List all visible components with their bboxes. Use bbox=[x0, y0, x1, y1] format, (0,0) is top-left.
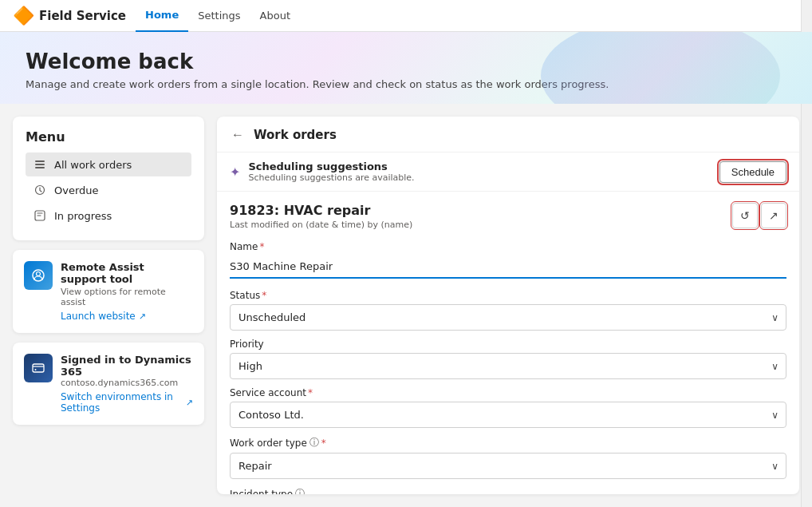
app-logo: 🔶 Field Service bbox=[13, 7, 126, 25]
nav-link-home[interactable]: Home bbox=[136, 0, 188, 32]
field-priority: Priority Low Medium High Critical ∨ bbox=[230, 339, 786, 379]
remote-assist-name: Remote Assist support tool bbox=[61, 261, 193, 285]
sidebar-item-label: Overdue bbox=[54, 184, 99, 196]
svg-rect-1 bbox=[35, 164, 45, 165]
wo-detail-header: 91823: HVAC repair Last modified on (dat… bbox=[230, 203, 786, 230]
wo-refresh-button[interactable]: ↺ bbox=[732, 203, 758, 228]
required-star: * bbox=[259, 241, 264, 252]
field-work-order-type-label: Work order type ⓘ * bbox=[230, 436, 786, 450]
sidebar-item-label: All work orders bbox=[54, 159, 132, 171]
in-progress-icon bbox=[34, 209, 46, 222]
wo-number-title: 91823: HVAC repair bbox=[230, 203, 412, 218]
wo-panel-title: Work orders bbox=[254, 128, 337, 142]
app-name: Field Service bbox=[39, 9, 126, 23]
required-star: * bbox=[262, 290, 266, 301]
remote-assist-desc: View options for remote assist bbox=[61, 287, 193, 307]
svg-point-8 bbox=[35, 369, 37, 370]
remote-assist-card: Remote Assist support tool View options … bbox=[13, 250, 204, 333]
wo-panel-header: ← Work orders bbox=[217, 117, 799, 152]
wo-detail: 91823: HVAC repair Last modified on (dat… bbox=[217, 192, 799, 494]
field-status-label: Status* bbox=[230, 290, 786, 301]
wo-last-modified: Last modified on (date & time) by (name) bbox=[230, 220, 412, 230]
main-nav: Home Settings About bbox=[136, 0, 300, 31]
logo-icon: 🔶 bbox=[13, 7, 34, 25]
workorders-panel: ← Work orders ✦ Scheduling suggestions S… bbox=[217, 117, 799, 494]
remote-assist-icon-box bbox=[24, 261, 53, 290]
hero-subtitle: Manage and create work orders from a sin… bbox=[26, 78, 786, 90]
field-service-account-label: Service account* bbox=[230, 387, 786, 398]
field-name-label: Name* bbox=[230, 241, 786, 252]
external-link-icon: ↗ bbox=[139, 311, 146, 322]
remote-assist-info: Remote Assist support tool View options … bbox=[61, 261, 193, 322]
hero-title: Welcome back bbox=[26, 50, 786, 73]
dynamics-url: contoso.dynamics365.com bbox=[61, 378, 193, 388]
content-area: Menu All work orders Overdue bbox=[0, 104, 812, 507]
scheduling-subtitle: Scheduling suggestions are available. bbox=[248, 172, 711, 183]
scheduling-text: Scheduling suggestions Scheduling sugges… bbox=[248, 160, 711, 183]
field-service-account-select-wrapper: Contoso Ltd. Fabrikam Inc. Adventure Wor… bbox=[230, 402, 786, 428]
scheduling-banner: ✦ Scheduling suggestions Scheduling sugg… bbox=[217, 152, 799, 192]
field-priority-select-wrapper: Low Medium High Critical ∨ bbox=[230, 353, 786, 379]
menu-title: Menu bbox=[26, 129, 191, 145]
field-status-select[interactable]: Unscheduled Scheduled In progress Comple… bbox=[230, 304, 786, 331]
field-name-input[interactable] bbox=[230, 255, 786, 279]
required-star: * bbox=[321, 438, 326, 449]
sidebar-item-overdue[interactable]: Overdue bbox=[26, 178, 191, 202]
external-link-icon: ↗ bbox=[186, 398, 193, 408]
list-icon bbox=[34, 158, 46, 171]
topnav: 🔶 Field Service Home Settings About bbox=[0, 0, 812, 32]
hero-banner: Welcome back Manage and create work orde… bbox=[0, 32, 812, 104]
svg-rect-0 bbox=[35, 160, 45, 162]
sidebar-item-in-progress[interactable]: In progress bbox=[26, 204, 191, 228]
dynamics-switch-link[interactable]: Switch environments in Settings ↗ bbox=[61, 391, 193, 414]
svg-point-6 bbox=[37, 272, 41, 276]
svg-rect-7 bbox=[33, 364, 44, 372]
schedule-button[interactable]: Schedule bbox=[719, 161, 786, 183]
field-incident-type-label: Incident type ⓘ bbox=[230, 487, 786, 494]
wo-action-buttons: ↺ ↗ bbox=[732, 203, 786, 228]
field-status-select-wrapper: Unscheduled Scheduled In progress Comple… bbox=[230, 304, 786, 331]
overdue-icon bbox=[34, 184, 46, 196]
info-icon: ⓘ bbox=[309, 436, 319, 450]
field-service-account-select[interactable]: Contoso Ltd. Fabrikam Inc. Adventure Wor… bbox=[230, 402, 786, 428]
wo-open-external-button[interactable]: ↗ bbox=[761, 203, 786, 228]
nav-link-settings[interactable]: Settings bbox=[188, 0, 250, 32]
field-status: Status* Unscheduled Scheduled In progres… bbox=[230, 290, 786, 331]
dynamics-card: Signed in to Dynamics 365 contoso.dynami… bbox=[13, 343, 204, 425]
field-work-order-type-select-wrapper: Repair Installation Maintenance Inspecti… bbox=[230, 453, 786, 479]
field-priority-select[interactable]: Low Medium High Critical bbox=[230, 353, 786, 379]
required-star: * bbox=[308, 387, 313, 398]
scheduling-title: Scheduling suggestions bbox=[248, 160, 711, 172]
info-icon: ⓘ bbox=[295, 487, 305, 494]
main-wrapper: Welcome back Manage and create work orde… bbox=[0, 32, 812, 507]
menu-card: Menu All work orders Overdue bbox=[13, 117, 204, 240]
field-name: Name* bbox=[230, 241, 786, 279]
scheduling-sparkle-icon: ✦ bbox=[230, 164, 240, 180]
sidebar: Menu All work orders Overdue bbox=[13, 117, 204, 494]
remote-assist-link[interactable]: Launch website ↗ bbox=[61, 311, 193, 322]
field-service-account: Service account* Contoso Ltd. Fabrikam I… bbox=[230, 387, 786, 428]
dynamics-icon-box bbox=[24, 354, 53, 382]
sidebar-item-label: In progress bbox=[54, 210, 112, 222]
nav-link-about[interactable]: About bbox=[250, 0, 300, 32]
svg-rect-2 bbox=[35, 167, 45, 168]
wo-content: ✦ Scheduling suggestions Scheduling sugg… bbox=[217, 152, 799, 494]
field-work-order-type-select[interactable]: Repair Installation Maintenance Inspecti… bbox=[230, 453, 786, 479]
dynamics-name: Signed in to Dynamics 365 bbox=[61, 354, 193, 378]
field-incident-type: Incident type ⓘ HVAC Maintenance Electri… bbox=[230, 487, 786, 494]
field-priority-label: Priority bbox=[230, 339, 786, 350]
wo-back-button[interactable]: ← bbox=[230, 126, 246, 144]
wo-title-area: 91823: HVAC repair Last modified on (dat… bbox=[230, 203, 412, 230]
sidebar-item-all-work-orders[interactable]: All work orders bbox=[26, 152, 191, 176]
field-work-order-type: Work order type ⓘ * Repair Installation … bbox=[230, 436, 786, 479]
dynamics-info: Signed in to Dynamics 365 contoso.dynami… bbox=[61, 354, 193, 414]
